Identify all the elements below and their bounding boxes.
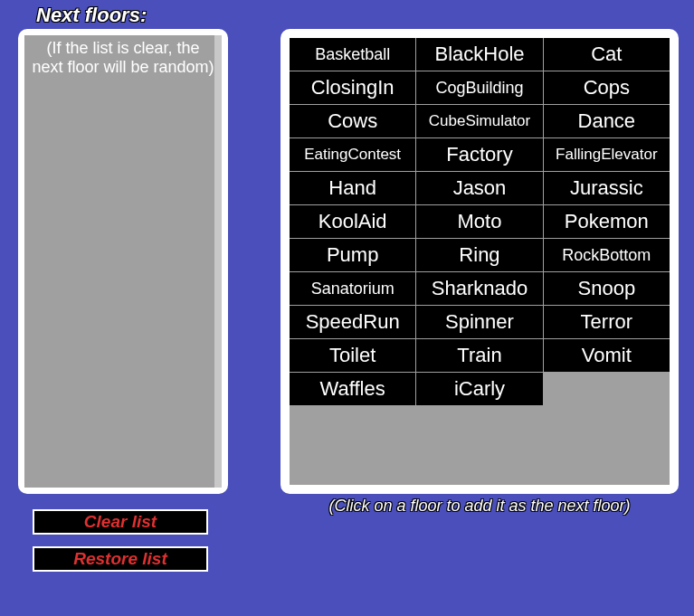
floor-cell[interactable]: Vomit <box>544 339 670 372</box>
floor-cell[interactable]: Dance <box>544 105 670 137</box>
floor-cell[interactable]: Sanatorium <box>290 272 415 305</box>
scrollbar[interactable] <box>214 35 222 488</box>
floor-cell[interactable]: Jurassic <box>544 172 670 204</box>
floor-cell[interactable]: CogBuilding <box>416 71 542 104</box>
floor-cell[interactable]: KoolAid <box>290 205 415 238</box>
floors-panel-inner: BasketballBlackHoleCatClosingInCogBuildi… <box>290 38 670 485</box>
floor-cell[interactable]: Cat <box>544 38 670 71</box>
floor-cell[interactable]: Cops <box>544 71 670 104</box>
floor-cell[interactable]: CubeSimulator <box>416 105 542 137</box>
clear-list-button[interactable]: Clear list <box>33 509 208 535</box>
floor-cell[interactable]: Snoop <box>544 272 670 305</box>
floor-cell[interactable]: SpeedRun <box>290 306 415 338</box>
floor-cell[interactable]: Moto <box>416 205 542 238</box>
floor-cell[interactable]: Factory <box>416 138 542 171</box>
floor-cell[interactable]: Pump <box>290 239 415 271</box>
click-hint: (Click on a floor to add it as the next … <box>280 497 679 516</box>
floor-cell[interactable]: Ring <box>416 239 542 271</box>
floors-panel: BasketballBlackHoleCatClosingInCogBuildi… <box>280 29 679 494</box>
floor-cell[interactable]: Jason <box>416 172 542 204</box>
floor-cell[interactable]: RockBottom <box>544 239 670 271</box>
floor-cell[interactable]: Basketball <box>290 38 415 71</box>
floor-cell[interactable]: iCarly <box>416 373 542 405</box>
empty-list-hint: (If the list is clear, the next floor wi… <box>24 35 222 76</box>
floor-cell[interactable]: Waffles <box>290 373 415 405</box>
floor-cell[interactable]: Terror <box>544 306 670 338</box>
restore-list-button[interactable]: Restore list <box>33 546 208 572</box>
floor-cell[interactable]: Train <box>416 339 542 372</box>
floor-cell[interactable]: Toilet <box>290 339 415 372</box>
next-floors-list[interactable]: (If the list is clear, the next floor wi… <box>24 35 222 488</box>
floor-cell[interactable]: EatingContest <box>290 138 415 171</box>
floor-cell[interactable]: ClosingIn <box>290 71 415 104</box>
floors-grid: BasketballBlackHoleCatClosingInCogBuildi… <box>290 38 670 405</box>
floor-cell[interactable]: Sharknado <box>416 272 542 305</box>
floor-cell[interactable]: FallingElevator <box>544 138 670 171</box>
page-title: Next floors: <box>36 4 147 27</box>
floor-cell[interactable]: Hand <box>290 172 415 204</box>
floor-cell[interactable]: Pokemon <box>544 205 670 238</box>
floor-cell[interactable]: Cows <box>290 105 415 137</box>
floor-cell[interactable]: BlackHole <box>416 38 542 71</box>
next-floors-panel: (If the list is clear, the next floor wi… <box>18 29 228 494</box>
floor-cell[interactable]: Spinner <box>416 306 542 338</box>
